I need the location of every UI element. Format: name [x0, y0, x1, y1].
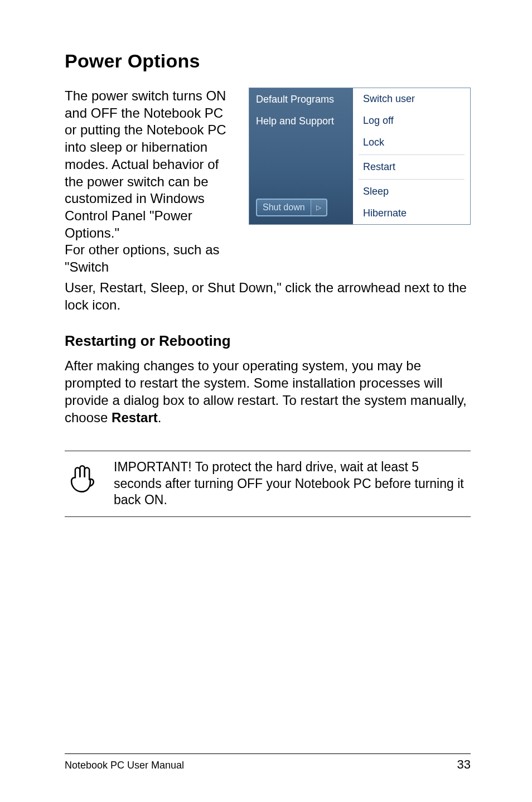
hand-icon: [65, 459, 97, 496]
shutdown-split-button[interactable]: Shut down ▷: [256, 199, 327, 216]
menu-item-log-off[interactable]: Log off: [353, 110, 470, 132]
menu-item-sleep[interactable]: Sleep: [353, 181, 470, 202]
start-menu-right-pane: Switch user Log off Lock Restart Sleep H…: [353, 88, 470, 224]
intro-text-block: The power switch turns ON and OFF the No…: [65, 88, 235, 276]
menu-item-switch-user[interactable]: Switch user: [353, 88, 470, 110]
section-title: Power Options: [65, 50, 471, 72]
subsection-heading: Restarting or Rebooting: [65, 332, 471, 350]
menu-separator: [359, 179, 465, 180]
start-menu-screenshot: Default Programs Help and Support Shut d…: [249, 88, 471, 225]
shutdown-button-label[interactable]: Shut down: [257, 200, 311, 215]
intro-paragraph-2: For other options, such as "Switch: [65, 241, 235, 276]
para-text-after: .: [158, 410, 162, 425]
footer-title: Notebook PC User Manual: [65, 760, 184, 771]
intro-continuation: User, Restart, Sleep, or Shut Down," cli…: [65, 279, 471, 313]
para-bold-word: Restart: [112, 410, 158, 425]
menu-item-lock[interactable]: Lock: [353, 132, 470, 153]
menu-item-hibernate[interactable]: Hibernate: [353, 202, 470, 224]
intro-paragraph-1: The power switch turns ON and OFF the No…: [65, 88, 235, 241]
important-note: IMPORTANT! To protect the hard drive, wa…: [65, 451, 471, 516]
start-menu-item-default-programs[interactable]: Default Programs: [256, 94, 353, 105]
shutdown-arrow-icon[interactable]: ▷: [311, 200, 326, 215]
start-menu-item-help-support[interactable]: Help and Support: [256, 115, 353, 127]
start-menu-left-pane: Default Programs Help and Support Shut d…: [249, 88, 353, 224]
footer-page-number: 33: [457, 757, 471, 772]
menu-separator: [359, 154, 465, 155]
note-text: IMPORTANT! To protect the hard drive, wa…: [114, 459, 471, 508]
menu-item-restart[interactable]: Restart: [353, 156, 470, 178]
subsection-paragraph: After making changes to your operating s…: [65, 357, 471, 426]
page-footer: Notebook PC User Manual 33: [65, 753, 471, 772]
